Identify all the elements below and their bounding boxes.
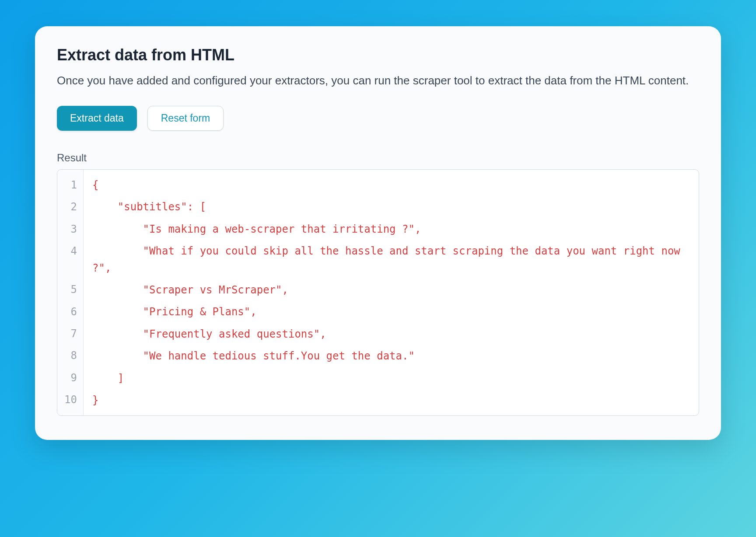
page-title: Extract data from HTML [57,46,699,64]
code-line: "What if you could skip all the hassle a… [84,240,699,279]
result-code-editor[interactable]: 1 2 3 4 5 6 7 8 9 10 { "subtitles": [ "I… [57,169,699,416]
button-row: Extract data Reset form [57,106,699,131]
line-number: 7 [57,323,83,345]
code-line: "Pricing & Plans", [84,301,699,323]
line-number: 6 [57,301,83,323]
code-line: ] [84,367,699,389]
line-number: 5 [57,279,83,300]
page-description: Once you have added and configured your … [57,72,699,89]
line-number: 9 [57,367,83,389]
code-line: "We handle tedious stuff.You get the dat… [84,345,699,367]
code-line: } [84,389,699,411]
code-content[interactable]: { "subtitles": [ "Is making a web-scrape… [84,170,699,415]
line-number-gutter: 1 2 3 4 5 6 7 8 9 10 [57,170,84,415]
code-line: { [84,174,699,196]
line-number: 3 [57,218,83,240]
code-line: "subtitles": [ [84,196,699,218]
line-number: 8 [57,345,83,366]
line-number: 2 [57,196,83,218]
result-label: Result [57,152,699,164]
extract-card: Extract data from HTML Once you have add… [35,26,721,440]
reset-form-button[interactable]: Reset form [147,106,224,131]
code-line: "Frequently asked questions", [84,323,699,345]
code-line: "Scraper vs MrScraper", [84,279,699,301]
extract-data-button[interactable]: Extract data [57,106,137,131]
line-number: 1 [57,174,83,196]
code-line: "Is making a web-scraper that irritating… [84,218,699,240]
line-number: 4 [57,240,83,279]
line-number: 10 [57,389,83,411]
